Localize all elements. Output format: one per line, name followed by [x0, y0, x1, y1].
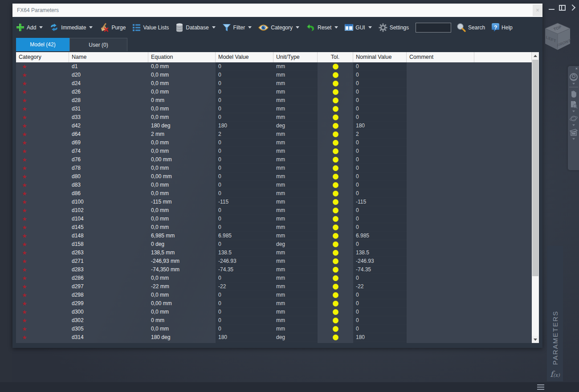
table-row[interactable]: ★d310,0 mm0mm0: [16, 105, 539, 113]
table-row[interactable]: ★d10,0 mm0mm0: [16, 62, 539, 71]
scroll-up-button[interactable]: [532, 52, 539, 59]
nav-more-dropdown-icon[interactable]: [572, 138, 575, 140]
column-header-unit-type[interactable]: Unit/Type: [273, 52, 318, 62]
search-input[interactable]: [416, 23, 451, 33]
table-row[interactable]: ★d42180 deg180deg180: [16, 122, 539, 130]
gui-dropdown-icon[interactable]: [368, 26, 372, 29]
table-row[interactable]: ★d1486,985 mm6.985mm6.985: [16, 232, 539, 240]
table-row[interactable]: ★d3020 mm0mm0: [16, 316, 539, 325]
table-row[interactable]: ★d760,00 mm0mm0: [16, 155, 539, 164]
reset-dropdown-icon[interactable]: [334, 26, 338, 29]
zoom-page-icon[interactable]: [569, 100, 578, 109]
toolbar: Add Immediate Purge: [12, 17, 542, 38]
reset-button[interactable]: Reset: [306, 23, 338, 32]
search-button[interactable]: Search: [457, 23, 485, 32]
comment-cell: [407, 79, 474, 88]
table-row[interactable]: ★d263138,5 mm138.5mm138.5: [16, 249, 539, 257]
table-row[interactable]: ★d271-246,93 mm-246.93mm-246.93: [16, 257, 539, 265]
pan-hand-icon[interactable]: [569, 90, 578, 98]
table-row[interactable]: ★d260,0 mm0mm0: [16, 88, 539, 96]
scroll-down-button[interactable]: [532, 336, 539, 343]
table-row[interactable]: ★d100-115 mm-115mm-115: [16, 198, 539, 206]
full-navigation-wheel-icon[interactable]: [569, 73, 578, 82]
tab-model[interactable]: Model (42): [16, 38, 69, 51]
nav-wheel-dropdown-icon[interactable]: [572, 83, 575, 85]
expand-chevron-icon[interactable]: [569, 4, 575, 11]
column-header-equation[interactable]: Equation: [148, 52, 216, 62]
table-row[interactable]: ★d1020,0 mm0mm0: [16, 206, 539, 215]
table-row[interactable]: ★d283-74,350 mm-74.35mm-74.35: [16, 265, 539, 274]
minimize-icon[interactable]: [549, 9, 555, 10]
gui-button[interactable]: GUI: [345, 24, 371, 31]
add-dropdown-icon[interactable]: [39, 26, 43, 29]
comment-cell: [407, 147, 474, 155]
immediate-button[interactable]: Immediate: [49, 23, 93, 32]
comment-cell: [407, 265, 474, 274]
table-row[interactable]: ★d2990,00 mm0mm0: [16, 299, 539, 308]
table-row[interactable]: ★d240,0 mm0mm0: [16, 79, 539, 88]
table-row[interactable]: ★d860,0 mm0mm0: [16, 189, 539, 198]
database-dropdown-icon[interactable]: [212, 26, 216, 29]
category-dropdown-icon[interactable]: [296, 26, 299, 29]
table-row[interactable]: ★d1580 deg0deg0: [16, 240, 539, 249]
table-row[interactable]: ★d830,0 mm0mm0: [16, 181, 539, 189]
table-row[interactable]: ★d1450,0 mm0mm0: [16, 223, 539, 232]
table-row[interactable]: ★d800,00 mm0mm0: [16, 172, 539, 181]
funnel-icon: [222, 23, 231, 32]
table-row[interactable]: ★d3000,0 mm0mm0: [16, 308, 539, 316]
settings-button[interactable]: Settings: [379, 23, 409, 32]
table-row[interactable]: ★: [16, 342, 539, 343]
column-header-comment[interactable]: Comment: [407, 52, 474, 62]
category-cell: ★: [16, 240, 69, 249]
database-button[interactable]: Database: [175, 23, 215, 32]
table-row[interactable]: ★d280 mm0mm0: [16, 96, 539, 105]
table-row[interactable]: ★d330,0 mm0mm0: [16, 113, 539, 122]
navbar-close-icon[interactable]: ×: [575, 67, 578, 71]
scrollbar-thumb[interactable]: [532, 60, 538, 276]
vertical-scrollbar[interactable]: [532, 52, 539, 343]
dialog-titlebar[interactable]: FX64 Parameters ×: [12, 4, 542, 17]
orbit-icon[interactable]: [569, 114, 578, 123]
table-row[interactable]: ★d690,0 mm0mm0: [16, 139, 539, 147]
tolerance-cell: [318, 308, 353, 316]
table-row[interactable]: ★d297-22 mm-22mm-22: [16, 282, 539, 291]
table-row[interactable]: ★d2980,0 mm0mm0: [16, 291, 539, 299]
nav-orbit-dropdown-icon[interactable]: [572, 124, 575, 126]
column-header-nominal-value[interactable]: Nominal Value: [353, 52, 407, 62]
add-button[interactable]: Add: [16, 23, 43, 32]
table-row[interactable]: ★d2860,0 mm0mm0: [16, 274, 539, 282]
dialog-close-button[interactable]: ×: [533, 4, 542, 16]
viewcube[interactable]: TOP LEFT FRONT: [543, 21, 572, 60]
table-row[interactable]: ★d740,0 mm0mm0: [16, 147, 539, 155]
immediate-dropdown-icon[interactable]: [89, 26, 93, 29]
unit-type-cell: mm: [273, 96, 318, 105]
table-row[interactable]: ★d780,0 mm0mm0: [16, 164, 539, 172]
name-cell: d26: [69, 88, 148, 96]
filter-button[interactable]: Filter: [222, 23, 252, 32]
category-button[interactable]: Category: [258, 24, 299, 31]
table-row[interactable]: ★d1040,0 mm0mm0: [16, 215, 539, 223]
equation-cell: 0,0 mm: [148, 274, 216, 282]
tolerance-status-icon: [333, 148, 338, 154]
nav-zoom-dropdown-icon[interactable]: [572, 110, 575, 112]
table-row[interactable]: ★d200,0 mm0mm0: [16, 71, 539, 79]
filter-dropdown-icon[interactable]: [248, 26, 252, 29]
column-header-model-value[interactable]: Model Value: [216, 52, 273, 62]
column-header-category[interactable]: Category: [16, 52, 69, 62]
equation-cell: 0,00 mm: [148, 172, 216, 181]
filler-cell: [474, 291, 532, 299]
help-button[interactable]: ? Help: [492, 23, 513, 32]
layout-icon[interactable]: [559, 5, 566, 11]
value-lists-button[interactable]: Value Lists: [132, 23, 169, 32]
tab-user[interactable]: User (0): [69, 38, 127, 51]
column-header-tol-[interactable]: Tol.: [318, 52, 353, 62]
table-row[interactable]: ★d3050,0 mm0mm0: [16, 325, 539, 333]
purge-button[interactable]: Purge: [99, 23, 126, 32]
hamburger-menu-icon[interactable]: [537, 384, 544, 390]
column-header-name[interactable]: Name: [69, 52, 148, 62]
favorite-star-icon: ★: [19, 89, 27, 95]
parameters-side-tab[interactable]: PARAMETERS f(x): [547, 246, 563, 381]
table-row[interactable]: ★d642 mm2mm2: [16, 130, 539, 139]
table-row[interactable]: ★d314180 deg180deg180: [16, 333, 539, 342]
look-at-icon[interactable]: [569, 128, 578, 137]
